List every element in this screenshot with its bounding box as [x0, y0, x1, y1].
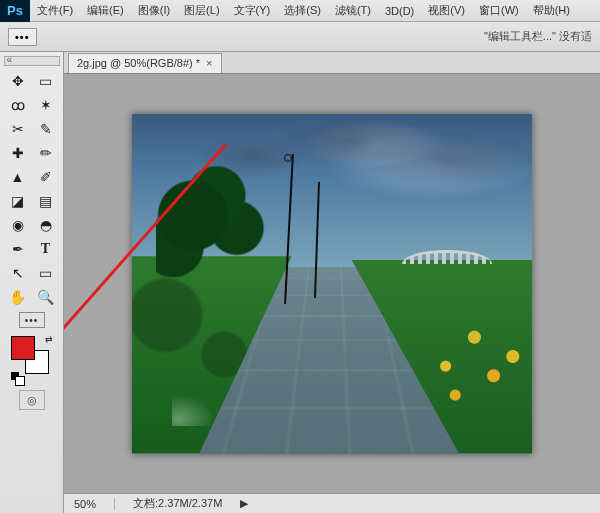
pen-tool[interactable]: ✒ [5, 238, 31, 260]
dodge-tool[interactable]: ◓ [33, 214, 59, 236]
marquee-tool[interactable]: ▭ [33, 70, 59, 92]
eraser-tool[interactable]: ◪ [5, 190, 31, 212]
menu-window[interactable]: 窗口(W) [472, 3, 526, 18]
toolbox-collapse[interactable] [4, 56, 60, 66]
document-tab[interactable]: 2g.jpg @ 50%(RGB/8#) * × [68, 53, 222, 73]
brush-tool[interactable]: ✏ [33, 142, 59, 164]
lasso-tool[interactable]: ꝏ [5, 94, 31, 116]
document-tabbar: 2g.jpg @ 50%(RGB/8#) * × [64, 52, 600, 74]
blur-tool[interactable]: ◉ [5, 214, 31, 236]
option-hint: "编辑工具栏..." 没有适 [484, 29, 592, 44]
menu-edit[interactable]: 编辑(E) [80, 3, 131, 18]
default-colors-icon[interactable] [11, 372, 23, 384]
stamp-tool[interactable]: ▲ [5, 166, 31, 188]
hand-tool[interactable]: ✋ [5, 286, 31, 308]
menu-3d[interactable]: 3D(D) [378, 5, 421, 17]
path-tool[interactable]: ↖ [5, 262, 31, 284]
quickselect-tool[interactable]: ✶ [33, 94, 59, 116]
scene-sprinkler [172, 356, 242, 426]
tool-preset-button[interactable]: ••• [8, 28, 37, 46]
move-tool[interactable]: ✥ [5, 70, 31, 92]
swap-colors-icon[interactable]: ⇄ [45, 334, 53, 344]
tool-grid: ✥ ▭ ꝏ ✶ ✂ ✎ ✚ ✏ ▲ ✐ ◪ ▤ ◉ ◓ ✒ T ↖ ▭ ✋ 🔍 [5, 70, 59, 308]
close-icon[interactable]: × [206, 57, 212, 69]
menu-filter[interactable]: 滤镜(T) [328, 3, 378, 18]
menu-type[interactable]: 文字(Y) [227, 3, 278, 18]
healing-tool[interactable]: ✚ [5, 142, 31, 164]
history-brush-tool[interactable]: ✐ [33, 166, 59, 188]
scene-trees [156, 134, 324, 338]
document-area: 2g.jpg @ 50%(RGB/8#) * × [64, 52, 600, 513]
menu-select[interactable]: 选择(S) [277, 3, 328, 18]
menu-view[interactable]: 视图(V) [421, 3, 472, 18]
document-tab-label: 2g.jpg @ 50%(RGB/8#) * [77, 57, 200, 69]
quickmask-toggle[interactable]: ◎ [19, 390, 45, 410]
zoom-value[interactable]: 50% [74, 498, 96, 510]
status-sep [114, 498, 115, 510]
menu-file[interactable]: 文件(F) [30, 3, 80, 18]
menu-layer[interactable]: 图层(L) [177, 3, 226, 18]
toolbox: ✥ ▭ ꝏ ✶ ✂ ✎ ✚ ✏ ▲ ✐ ◪ ▤ ◉ ◓ ✒ T ↖ ▭ ✋ 🔍 [0, 52, 64, 513]
eyedropper-tool[interactable]: ✎ [33, 118, 59, 140]
menu-help[interactable]: 帮助(H) [526, 3, 577, 18]
gradient-tool[interactable]: ▤ [33, 190, 59, 212]
app-logo: Ps [0, 0, 30, 22]
zoom-tool[interactable]: 🔍 [33, 286, 59, 308]
type-tool[interactable]: T [33, 238, 59, 260]
option-bar: ••• "编辑工具栏..." 没有适 [0, 22, 600, 52]
crop-tool[interactable]: ✂ [5, 118, 31, 140]
shape-tool[interactable]: ▭ [33, 262, 59, 284]
canvas[interactable] [132, 114, 532, 454]
color-swatches: ⇄ [7, 334, 57, 384]
menu-bar: Ps 文件(F) 编辑(E) 图像(I) 图层(L) 文字(Y) 选择(S) 滤… [0, 0, 600, 22]
canvas-viewport[interactable] [64, 74, 600, 493]
foreground-color[interactable] [11, 336, 35, 360]
edit-toolbar-button[interactable]: ••• [19, 312, 45, 328]
status-more-icon[interactable]: ▶ [240, 497, 248, 510]
status-bar: 50% 文档:2.37M/2.37M ▶ [64, 493, 600, 513]
doc-size-label: 文档:2.37M/2.37M [133, 496, 222, 511]
menu-image[interactable]: 图像(I) [131, 3, 177, 18]
